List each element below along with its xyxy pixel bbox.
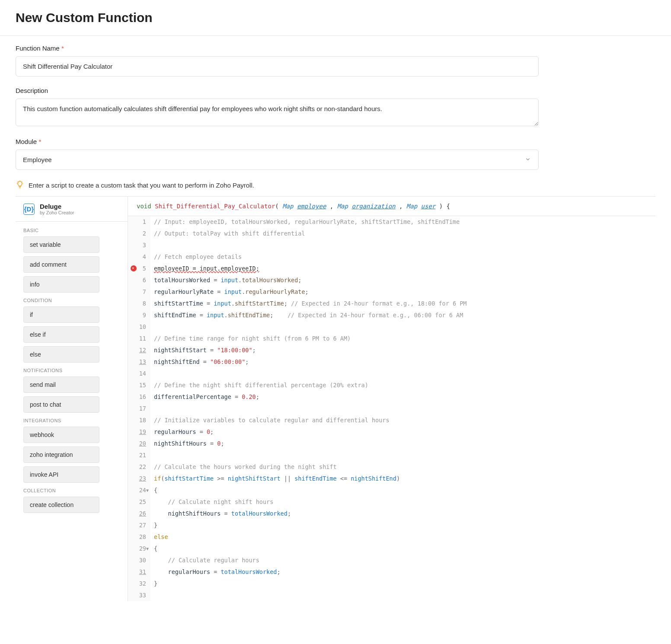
- code-line[interactable]: nightShiftHours = totalHoursWorked;: [154, 508, 467, 520]
- code-line[interactable]: {: [154, 485, 467, 496]
- gutter-line: 28: [128, 531, 146, 543]
- snippet-category-title: COLLECTION: [23, 488, 120, 493]
- code-line[interactable]: shiftStartTime = input.shiftStartTime; /…: [154, 298, 467, 309]
- gutter-line: 24▼: [128, 485, 146, 496]
- field-function-name: Function Name *: [16, 45, 655, 77]
- form-area: Function Name * Description This custom …: [0, 36, 671, 610]
- deluge-title: Deluge: [40, 203, 74, 210]
- gutter-line: 23: [128, 473, 146, 485]
- code-line[interactable]: // Calculate the hours worked during the…: [154, 461, 467, 473]
- snippet-item[interactable]: add comment: [23, 256, 99, 273]
- gutter-line: 25: [128, 496, 146, 508]
- snippet-item[interactable]: zoho integration: [23, 446, 99, 463]
- code-line[interactable]: nightShiftEnd = "06:00:00";: [154, 356, 467, 368]
- snippet-item[interactable]: else: [23, 346, 99, 363]
- code-line[interactable]: regularHourlyRate = input.regularHourlyR…: [154, 286, 467, 298]
- code-line[interactable]: if(shiftStartTime >= nightShiftStart || …: [154, 473, 467, 485]
- code-line[interactable]: [154, 239, 467, 251]
- svg-line-4: [22, 182, 22, 182]
- gutter-line: 4: [128, 251, 146, 263]
- editor-sidebar: {D} Deluge by Zoho Creator BASICset vari…: [16, 197, 128, 601]
- code-line[interactable]: [154, 368, 467, 379]
- description-input[interactable]: This custom function automatically calcu…: [16, 99, 539, 126]
- line-gutter: 123456789101112131415161718192021222324▼…: [128, 216, 150, 601]
- code-line[interactable]: shiftEndTime = input.shiftEndTime; // Ex…: [154, 309, 467, 321]
- snippet-item[interactable]: post to chat: [23, 396, 99, 413]
- code-line[interactable]: // Output: totalPay with shift different…: [154, 228, 467, 239]
- gutter-line: 1: [128, 216, 146, 228]
- code-line[interactable]: // Fetch employee details: [154, 251, 467, 263]
- function-name-label: Function Name *: [16, 45, 655, 52]
- gutter-line: 14: [128, 368, 146, 379]
- code-line[interactable]: // Define the night shift differential p…: [154, 379, 467, 391]
- lightbulb-icon: [16, 180, 24, 190]
- gutter-line: 33: [128, 590, 146, 601]
- snippet-item[interactable]: else if: [23, 326, 99, 343]
- field-description: Description This custom function automat…: [16, 87, 655, 128]
- gutter-line: 27: [128, 520, 146, 531]
- snippet-palette: BASICset variableadd commentinfoCONDITIO…: [16, 222, 128, 523]
- code-line[interactable]: nightShiftStart = "18:00:00";: [154, 344, 467, 356]
- code-line[interactable]: [154, 590, 467, 601]
- code-line[interactable]: [154, 450, 467, 461]
- gutter-line: 31: [128, 566, 146, 578]
- snippet-item[interactable]: webhook: [23, 427, 99, 443]
- gutter-line: 8: [128, 298, 146, 309]
- svg-line-3: [17, 182, 18, 182]
- code-line[interactable]: // Calculate regular hours: [154, 555, 467, 566]
- code-line[interactable]: // Calculate night shift hours: [154, 496, 467, 508]
- code-editor: {D} Deluge by Zoho Creator BASICset vari…: [16, 196, 655, 601]
- function-signature: void Shift_Differential_Pay_Calculator( …: [128, 197, 655, 216]
- code-line[interactable]: // Define time range for night shift (fr…: [154, 333, 467, 344]
- snippet-category-title: NOTIFICATIONS: [23, 368, 120, 373]
- code-line[interactable]: totalHoursWorked = input.totalHoursWorke…: [154, 274, 467, 286]
- gutter-line: 7: [128, 286, 146, 298]
- gutter-line: 12: [128, 344, 146, 356]
- gutter-line: 17: [128, 403, 146, 414]
- code-line[interactable]: // Initialize variables to calculate reg…: [154, 414, 467, 426]
- code-area[interactable]: 123456789101112131415161718192021222324▼…: [128, 216, 655, 601]
- fold-icon[interactable]: ▼: [146, 543, 149, 555]
- param-organization[interactable]: organization: [351, 203, 395, 210]
- param-employee[interactable]: employee: [297, 203, 326, 210]
- function-name-input[interactable]: [16, 56, 539, 77]
- page-header: New Custom Function: [0, 0, 671, 36]
- code-line[interactable]: else: [154, 531, 467, 543]
- snippet-category-title: CONDITION: [23, 298, 120, 303]
- code-line[interactable]: {: [154, 543, 467, 555]
- fold-icon[interactable]: ▼: [146, 485, 149, 496]
- hint-text: Enter a script to create a custom task t…: [29, 182, 254, 189]
- code-line[interactable]: [154, 321, 467, 333]
- module-label: Module *: [16, 138, 655, 145]
- deluge-header: {D} Deluge by Zoho Creator: [16, 197, 128, 222]
- gutter-line: 26: [128, 508, 146, 520]
- code-lines[interactable]: // Input: employeeID, totalHoursWorked, …: [150, 216, 467, 601]
- gutter-line: 6: [128, 274, 146, 286]
- code-line[interactable]: differentialPercentage = 0.20;: [154, 391, 467, 403]
- deluge-logo-icon: {D}: [23, 204, 35, 215]
- code-line[interactable]: }: [154, 578, 467, 590]
- code-line[interactable]: }: [154, 520, 467, 531]
- hint-row: Enter a script to create a custom task t…: [16, 180, 655, 190]
- code-line[interactable]: regularHours = 0;: [154, 426, 467, 438]
- module-select[interactable]: Employee: [16, 150, 539, 170]
- gutter-line: 32: [128, 578, 146, 590]
- snippet-item[interactable]: info: [23, 276, 99, 293]
- gutter-line: 2: [128, 228, 146, 239]
- snippet-item[interactable]: set variable: [23, 236, 99, 253]
- code-line[interactable]: regularHours = totalHoursWorked;: [154, 566, 467, 578]
- code-line[interactable]: [154, 403, 467, 414]
- snippet-item[interactable]: invoke API: [23, 466, 99, 483]
- code-line[interactable]: // Input: employeeID, totalHoursWorked, …: [154, 216, 467, 228]
- snippet-category-title: BASIC: [23, 228, 120, 233]
- error-icon[interactable]: [131, 265, 137, 271]
- snippet-item[interactable]: if: [23, 306, 99, 323]
- gutter-line: 13: [128, 356, 146, 368]
- gutter-line: 16: [128, 391, 146, 403]
- code-line[interactable]: nightShiftHours = 0;: [154, 438, 467, 450]
- param-user[interactable]: user: [421, 203, 436, 210]
- snippet-item[interactable]: send mail: [23, 376, 99, 393]
- gutter-line: 10: [128, 321, 146, 333]
- code-line[interactable]: employeeID = input.employeeID;: [154, 263, 467, 274]
- snippet-item[interactable]: create collection: [23, 497, 99, 513]
